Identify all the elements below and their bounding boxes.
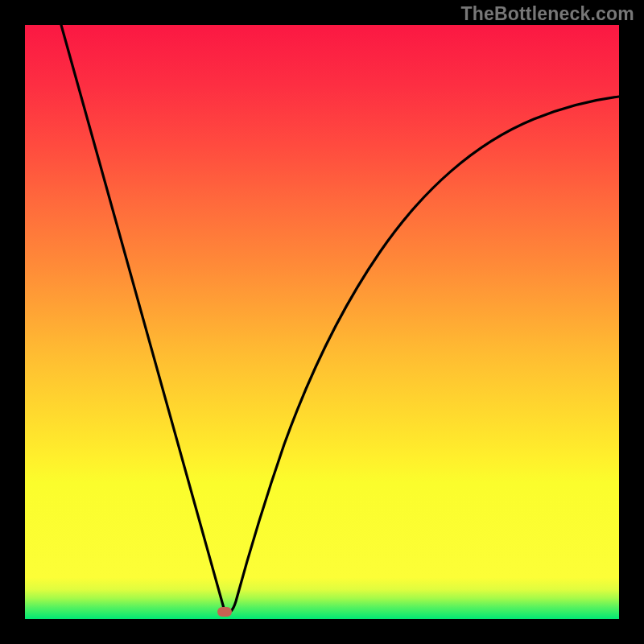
plot-area <box>25 25 619 619</box>
curve-layer <box>25 25 619 619</box>
minimum-marker <box>217 607 232 617</box>
bottleneck-curve <box>61 25 619 613</box>
watermark-label: TheBottleneck.com <box>460 3 634 25</box>
chart-frame: TheBottleneck.com <box>0 0 644 644</box>
